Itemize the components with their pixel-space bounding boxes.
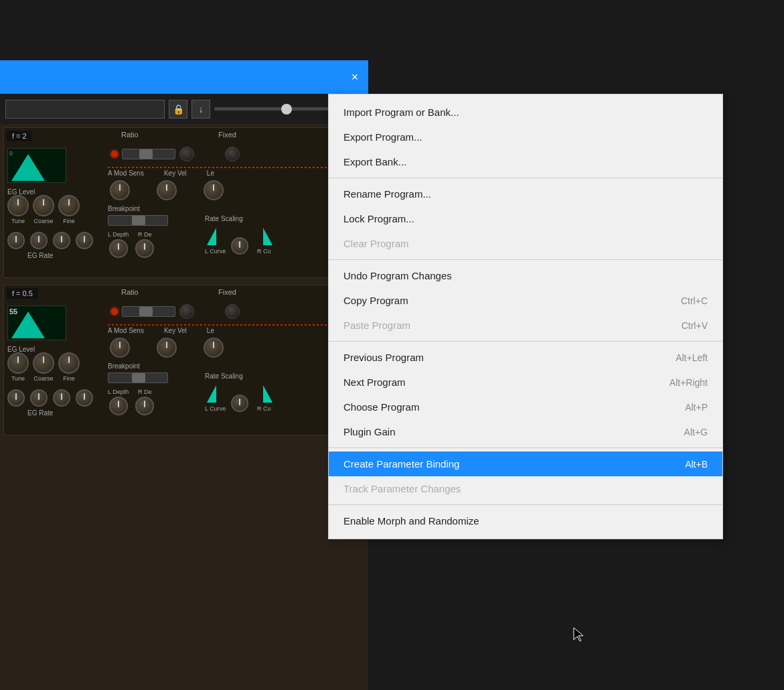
- op1-ratio-thumb: [139, 149, 153, 159]
- menu-item-next[interactable]: Next ProgramAlt+Right: [329, 370, 722, 395]
- op2-ratio-slider[interactable]: [122, 306, 175, 317]
- op1-ldepth-label: L Depth: [108, 231, 129, 238]
- menu-item-label-create-binding: Create Parameter Binding: [343, 458, 459, 470]
- op1-amod-label: A Mod Sens: [108, 169, 144, 177]
- op1-eg-display: 0: [7, 148, 66, 183]
- menu-item-enable-morph[interactable]: Enable Morph and Randomize: [329, 508, 722, 533]
- op2-rcurve-label: R Cu: [257, 405, 271, 412]
- op1-fixed-knob[interactable]: [225, 147, 240, 161]
- title-bar: ×: [0, 60, 368, 94]
- op2-fixed-knob[interactable]: [225, 304, 240, 319]
- op1-breakpoint-area: Breakpoint L Depth R De: [108, 205, 168, 258]
- op1-fine-label: Fine: [63, 218, 75, 224]
- op1-egrate-row: [7, 232, 93, 249]
- op2-amod-knob[interactable]: [110, 338, 130, 358]
- op1-tune-row: Tune Coarse Fine: [7, 195, 80, 224]
- op1-amod-knob[interactable]: [110, 180, 130, 200]
- op2-keyvel-knob[interactable]: [157, 338, 177, 358]
- menu-item-lock[interactable]: Lock Program...: [329, 206, 722, 231]
- menu-item-label-track-changes: Track Parameter Changes: [343, 483, 461, 494]
- op2-lcurve-group: L Curve: [205, 383, 226, 412]
- op1-le-knob[interactable]: [204, 180, 224, 200]
- op1-eg-screen: 0: [7, 148, 66, 183]
- op2-eg-display: 55: [7, 305, 66, 340]
- op1-ldepth-knob[interactable]: [109, 239, 128, 258]
- op1-breakpoint-slider[interactable]: [108, 215, 168, 226]
- menu-item-import[interactable]: Import Program or Bank...: [329, 100, 722, 125]
- op2-curve-row: L Curve R Cu: [205, 383, 274, 412]
- op1-fine-knob[interactable]: [58, 195, 80, 216]
- menu-separator-sep1: [329, 178, 722, 178]
- op1-keyvel-knob[interactable]: [157, 180, 177, 200]
- op2-fixed-label: Fixed: [218, 288, 236, 296]
- op2-egrate-k2[interactable]: [30, 389, 48, 407]
- op1-coarse-knob[interactable]: [33, 195, 54, 216]
- program-name-input[interactable]: [5, 100, 165, 119]
- menu-item-create-binding[interactable]: Create Parameter BindingAlt+B: [329, 452, 722, 476]
- op1-ratio-label: Ratio: [121, 131, 139, 139]
- op2-ratio-row: [111, 304, 194, 319]
- op1-fixed-row: [225, 147, 240, 161]
- op1-tune-knob[interactable]: [7, 195, 29, 216]
- op1-ratescaling-knob[interactable]: [231, 237, 248, 255]
- op2-tune-group: Tune: [7, 352, 29, 382]
- op2-tune-knob[interactable]: [7, 352, 29, 374]
- op1-egrate-k3[interactable]: [53, 232, 70, 249]
- op1-coarse-label: Coarse: [33, 218, 53, 224]
- op2-f-label: f = 0.5: [7, 288, 38, 299]
- op1-egrate-k1[interactable]: [7, 232, 25, 249]
- op1-ratio-led[interactable]: [111, 151, 118, 157]
- close-button[interactable]: ×: [347, 69, 363, 85]
- op1-rdepth-knob[interactable]: [135, 239, 154, 258]
- menu-item-label-import: Import Program or Bank...: [343, 107, 459, 118]
- lock-icon[interactable]: 🔒: [169, 100, 187, 119]
- op1-ratio-fine-knob[interactable]: [179, 147, 194, 161]
- menu-item-export-bank[interactable]: Export Bank...: [329, 149, 722, 174]
- op2-breakpoint-label: Breakpoint: [108, 362, 168, 370]
- op2-fine-knob[interactable]: [58, 352, 80, 374]
- op1-rdepth-label: R De: [138, 231, 152, 238]
- menu-item-export-program[interactable]: Export Program...: [329, 125, 722, 149]
- menu-item-copy[interactable]: Copy ProgramCtrl+C: [329, 288, 722, 313]
- menu-item-label-choose: Choose Program: [343, 401, 419, 413]
- menu-item-label-paste: Paste Program: [343, 320, 410, 331]
- op2-ldepth-knob[interactable]: [109, 397, 128, 415]
- op2-le-knob[interactable]: [204, 338, 224, 358]
- op-section-1: f = 2 Ratio Fixed A Mod Sens Key Vel Le: [3, 127, 338, 278]
- op2-egrate-row: [7, 389, 93, 407]
- op2-ratio-led[interactable]: [111, 308, 118, 315]
- menu-item-choose[interactable]: Choose ProgramAlt+P: [329, 395, 722, 419]
- op1-breakpoint-sliders: [108, 215, 168, 226]
- menu-item-gain[interactable]: Plugin GainAlt+G: [329, 419, 722, 444]
- op2-rdepth-group: R De: [135, 389, 154, 415]
- op1-egrate-k4[interactable]: [76, 232, 93, 249]
- op1-egrate-k2[interactable]: [30, 232, 48, 249]
- op2-coarse-knob[interactable]: [33, 352, 54, 374]
- menu-item-label-export-bank: Export Bank...: [343, 156, 406, 167]
- op2-keyvel-label: Key Vel: [164, 327, 187, 334]
- op1-keyvel-label: Key Vel: [164, 169, 187, 177]
- op-section-2: f = 0.5 Ratio Fixed A Mod Sens Key Vel L…: [3, 285, 338, 435]
- menu-item-rename[interactable]: Rename Program...: [329, 182, 722, 206]
- op2-rdepth-knob[interactable]: [135, 397, 154, 415]
- menu-item-prev[interactable]: Previous ProgramAlt+Left: [329, 345, 722, 370]
- op2-breakpoint-slider[interactable]: [108, 372, 168, 383]
- op1-lcurve-graph: [206, 225, 226, 247]
- menu-item-label-gain: Plugin Gain: [343, 426, 396, 437]
- menu-item-undo[interactable]: Undo Program Changes: [329, 263, 722, 288]
- download-icon[interactable]: ↓: [191, 100, 210, 119]
- op2-ratio-fine-knob[interactable]: [179, 304, 194, 319]
- menu-item-paste: Paste ProgramCtrl+V: [329, 313, 722, 338]
- op2-egrate-k1[interactable]: [7, 389, 25, 407]
- op1-red-line: [108, 167, 332, 168]
- menu-item-shortcut-create-binding: Alt+B: [685, 459, 708, 470]
- op2-eg-value: 55: [9, 307, 17, 316]
- op2-egrate-k4[interactable]: [76, 389, 93, 407]
- op2-egrate-k3[interactable]: [53, 389, 70, 407]
- volume-slider[interactable]: [214, 107, 335, 111]
- svg-marker-6: [574, 628, 583, 641]
- op1-param-labels: A Mod Sens Key Vel Le: [108, 169, 214, 177]
- op2-ratescaling-knob[interactable]: [231, 395, 248, 412]
- op1-ratescaling-label: Rate Scaling: [205, 215, 274, 222]
- op1-ratio-slider[interactable]: [122, 149, 175, 159]
